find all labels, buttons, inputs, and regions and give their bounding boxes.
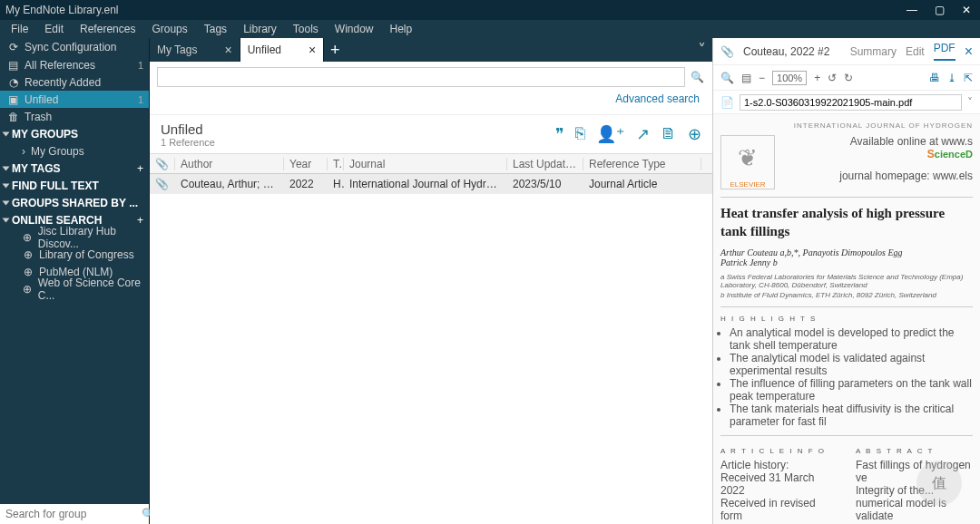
window-controls: — ▢ ✕ (898, 0, 980, 20)
search-input[interactable] (157, 67, 685, 87)
minimize-button[interactable]: — (898, 0, 926, 20)
sidebar-trash[interactable]: 🗑 Trash (0, 108, 149, 125)
col-attachment[interactable]: 📎 (150, 158, 175, 170)
sidebar-mytags-header[interactable]: MY TAGS+ (0, 160, 149, 177)
list-count: 1 Reference (161, 137, 215, 148)
copy-icon[interactable]: ⎘ (575, 124, 585, 144)
globe-icon: ⊕ (22, 283, 33, 295)
window-title: My EndNote Library.enl (5, 4, 119, 16)
cell-type: Journal Article (583, 178, 701, 190)
folder-icon: ▣ (7, 93, 19, 105)
sync-label: Sync Configuration (24, 41, 116, 53)
globe-icon: ⊕ (22, 231, 33, 243)
sidebar-online-loc[interactable]: ⊕Library of Congress (0, 246, 149, 263)
menu-library[interactable]: Library (236, 21, 284, 37)
window-titlebar: My EndNote Library.enl — ▢ ✕ (0, 0, 980, 20)
col-journal[interactable]: Journal (344, 158, 507, 170)
menu-tools[interactable]: Tools (286, 21, 326, 37)
popout-icon[interactable]: ⇱ (964, 72, 973, 84)
sync-configuration[interactable]: ⟳ Sync Configuration (0, 38, 116, 55)
col-updated[interactable]: Last Updated (507, 158, 583, 170)
pdf-notes-icon[interactable]: ▤ (741, 72, 751, 84)
list-title: Unfiled (161, 121, 215, 137)
menu-file[interactable]: File (4, 21, 35, 37)
cite-icon[interactable]: ❞ (555, 124, 564, 144)
pdf-abstract-header: A B S T R A C T (856, 447, 973, 455)
print-icon[interactable]: 🖶 (929, 72, 940, 84)
menu-window[interactable]: Window (328, 21, 381, 37)
main-pane: My Tags× Unfiled× + ˅ 🔍 Advanced search … (150, 38, 712, 524)
chevron-down-icon (3, 166, 10, 170)
sidebar-online-jisc[interactable]: ⊕Jisc Library Hub Discov... (0, 228, 149, 246)
search-icon[interactable]: 🔍 (691, 71, 705, 83)
close-detail-icon[interactable]: × (965, 44, 973, 60)
sidebar-online-wos[interactable]: ⊕Web of Science Core C... (0, 280, 149, 297)
cell-journal: International Journal of Hydrogen ... (344, 178, 507, 190)
pdf-affiliation-1: a Swiss Federal Laboratories for Materia… (720, 273, 973, 289)
sidebar-all-references[interactable]: ▤ All References 1 (0, 56, 149, 73)
pdf-journal-header: INTERNATIONAL JOURNAL OF HYDROGEN (720, 121, 973, 130)
menu-tags[interactable]: Tags (197, 21, 234, 37)
sidebar-mygroups-item[interactable]: ›My Groups (0, 142, 149, 160)
tab-unfiled[interactable]: Unfiled× (240, 38, 325, 62)
column-headers: 📎 Author Year T... Journal Last Updated … (150, 154, 712, 174)
pdf-article-title: Heat transfer analysis of high pressure … (720, 205, 973, 240)
pdf-filename-field[interactable] (740, 94, 962, 111)
detail-tab-pdf[interactable]: PDF (934, 42, 956, 61)
reference-row[interactable]: 📎 Couteau, Arthur; Dimo... 2022 H... Int… (150, 174, 712, 194)
globe-icon: ⊕ (22, 266, 34, 277)
close-tab-icon[interactable]: × (224, 43, 231, 57)
col-type[interactable]: Reference Type (583, 158, 701, 170)
attachment-icon: 📎 (150, 178, 175, 190)
chevron-down-icon (3, 131, 10, 136)
col-title[interactable]: T... (328, 158, 344, 170)
sidebar-mygroups-header[interactable]: MY GROUPS (0, 125, 149, 142)
save-icon[interactable]: ⤓ (947, 72, 956, 84)
watermark-icon: 值 (916, 461, 962, 506)
tab-mytags[interactable]: My Tags× (150, 38, 240, 62)
sidebar-findfulltext-header[interactable]: FIND FULL TEXT (0, 177, 149, 194)
pdf-search-icon[interactable]: 🔍 (720, 72, 734, 84)
sciencedirect-logo: ScienceD (782, 148, 973, 160)
add-tag-icon[interactable]: + (137, 162, 143, 175)
detail-tab-edit[interactable]: Edit (906, 45, 925, 58)
cell-author: Couteau, Arthur; Dimo... (175, 178, 284, 190)
sidebar-shared-header[interactable]: GROUPS SHARED BY ... (0, 194, 149, 211)
detail-tab-summary[interactable]: Summary (850, 45, 897, 58)
col-year[interactable]: Year (284, 158, 328, 170)
menu-edit[interactable]: Edit (37, 21, 71, 37)
group-search-input[interactable] (5, 508, 142, 520)
share-icon[interactable]: ↗ (636, 124, 650, 144)
export-icon[interactable]: 🗎 (661, 124, 677, 144)
dropdown-icon[interactable]: ˅ (967, 96, 973, 109)
pdf-bullet: The analytical model is validated agains… (730, 352, 973, 377)
menu-references[interactable]: References (73, 21, 142, 37)
pdf-bullet: The influence of filling parameters on t… (730, 377, 973, 403)
pdf-viewer[interactable]: INTERNATIONAL JOURNAL OF HYDROGEN ❦ELSEV… (713, 114, 980, 524)
rotate-right-icon[interactable]: ↻ (844, 72, 853, 84)
detail-pane: 📎 Couteau, 2022 #2 Summary Edit PDF × 🔍 … (712, 38, 980, 524)
web-icon[interactable]: ⊕ (688, 124, 701, 144)
tab-overflow-icon[interactable]: ˅ (691, 38, 712, 62)
add-tab-button[interactable]: + (324, 38, 346, 62)
sidebar-unfiled[interactable]: ▣ Unfiled 1 (0, 91, 149, 108)
pdf-highlights-header: H I G H L I G H T S (720, 315, 973, 323)
sidebar-group-search[interactable]: 🔍 (0, 504, 149, 524)
rotate-left-icon[interactable]: ↺ (828, 72, 837, 84)
menu-help[interactable]: Help (383, 21, 420, 37)
close-tab-icon[interactable]: × (309, 43, 316, 57)
zoom-out-icon[interactable]: − (759, 72, 765, 84)
attachment-icon: 📎 (720, 45, 734, 58)
advanced-search-link[interactable]: Advanced search (615, 92, 700, 114)
maximize-button[interactable]: ▢ (926, 0, 953, 20)
trash-icon: 🗑 (7, 111, 19, 122)
zoom-level[interactable]: 100% (772, 71, 807, 85)
chevron-down-icon (3, 218, 10, 222)
pdf-file-icon: 📄 (720, 96, 734, 109)
col-author[interactable]: Author (175, 158, 284, 170)
zoom-in-icon[interactable]: + (814, 72, 820, 84)
add-person-icon[interactable]: 👤⁺ (596, 124, 625, 144)
menu-groups[interactable]: Groups (144, 21, 194, 37)
close-button[interactable]: ✕ (953, 0, 980, 20)
sidebar-recently-added[interactable]: ◔ Recently Added (0, 73, 149, 91)
